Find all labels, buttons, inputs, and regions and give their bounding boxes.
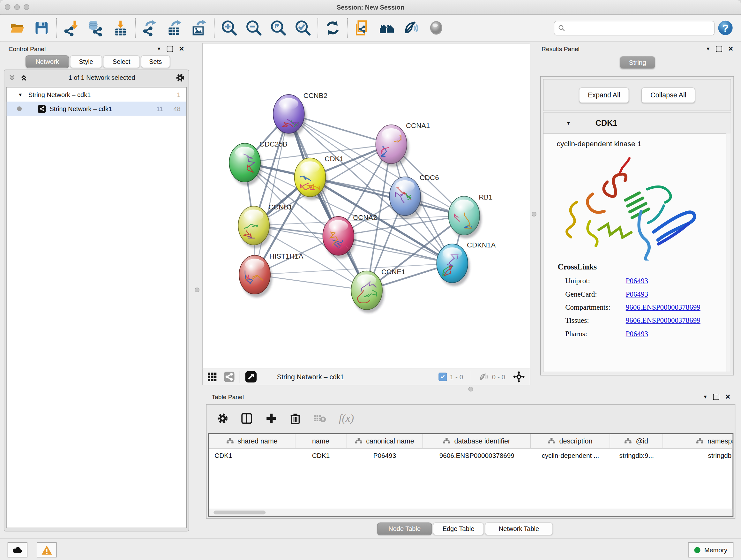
network-row-selected[interactable]: String Network – cdk1 11 48 <box>7 102 186 116</box>
float-panel-icon[interactable]: ▼ <box>706 46 711 51</box>
tab-edge-table[interactable]: Edge Table <box>433 522 484 535</box>
birdseye-view-icon[interactable] <box>245 370 257 383</box>
zoom-in-button[interactable] <box>217 17 242 38</box>
table-cell[interactable]: P06493 <box>346 449 423 462</box>
collapse-all-button[interactable]: Collapse All <box>642 87 695 103</box>
tab-network[interactable]: Network <box>25 55 69 68</box>
maximize-panel-icon[interactable] <box>167 46 173 52</box>
network-node-CCNB2[interactable]: CCNB2 <box>273 91 327 137</box>
network-node-CCNB1[interactable]: CCNB1 <box>238 203 292 248</box>
table-cell[interactable]: 9606.ENSP00000378699 <box>423 449 531 462</box>
node-gloss-highlight <box>245 259 265 270</box>
tab-node-table[interactable]: Node Table <box>377 522 432 535</box>
column-header-database-identifier[interactable]: database identifier <box>423 434 531 448</box>
close-panel-icon[interactable]: ✕ <box>179 45 184 52</box>
network-node-CDKN1A[interactable]: CDKN1A <box>436 241 495 286</box>
refresh-button[interactable] <box>320 17 345 38</box>
expand-all-chevron-icon[interactable] <box>20 73 28 81</box>
crosslink-value-link[interactable]: 9606.ENSP00000378699 <box>626 303 700 312</box>
show-hide-button[interactable] <box>399 17 424 38</box>
float-panel-icon[interactable]: ▼ <box>703 394 708 399</box>
left-splitter-handle[interactable] <box>195 287 199 292</box>
column-header-namespace[interactable]: namespace <box>663 434 734 448</box>
crosslink-value-link[interactable]: P06493 <box>626 329 648 338</box>
network-share-icon[interactable] <box>223 371 235 382</box>
tab-select[interactable]: Select <box>103 55 140 68</box>
network-node-RB1[interactable]: RB1 <box>448 193 492 238</box>
import-table-button[interactable] <box>108 17 133 38</box>
network-collection-row[interactable]: ▼ String Network – cdk1 1 <box>7 87 186 102</box>
show-columns-icon[interactable] <box>241 412 253 425</box>
network-edge[interactable] <box>255 114 289 275</box>
scrollbar-thumb[interactable] <box>213 510 266 514</box>
search-input[interactable] <box>565 24 714 32</box>
right-splitter-handle[interactable] <box>532 212 536 216</box>
warnings-button[interactable] <box>37 543 57 557</box>
close-panel-icon[interactable]: ✕ <box>728 45 733 52</box>
network-node-CCNE1[interactable]: CCNE1 <box>351 268 405 313</box>
results-scrollbar[interactable] <box>726 133 731 372</box>
help-button[interactable]: ? <box>715 17 736 38</box>
export-image-button[interactable] <box>187 17 212 38</box>
crosslink-value-link[interactable]: 9606.ENSP00000378699 <box>626 316 700 325</box>
delete-column-icon[interactable] <box>290 412 301 425</box>
column-header--id[interactable]: @id <box>610 434 663 448</box>
crosslink-value-link[interactable]: P06493 <box>626 290 648 299</box>
grid-view-icon[interactable] <box>207 372 217 381</box>
collapse-all-chevron-icon[interactable] <box>8 73 16 81</box>
zoom-fit-button[interactable] <box>266 17 291 38</box>
zoom-out-button[interactable] <box>242 17 266 38</box>
memory-button[interactable]: Memory <box>688 543 734 557</box>
import-network-button[interactable] <box>59 17 84 38</box>
search-field[interactable] <box>554 20 715 35</box>
tab-sets[interactable]: Sets <box>141 55 170 68</box>
preview-eye-button[interactable] <box>424 17 448 38</box>
maximize-panel-icon[interactable] <box>713 394 719 400</box>
table-cell[interactable]: stringdb <box>663 449 734 462</box>
add-column-icon[interactable] <box>265 412 278 425</box>
table-cell[interactable]: CDK1 <box>295 449 347 462</box>
home-networks-button[interactable] <box>375 17 399 38</box>
column-header-shared-name[interactable]: shared name <box>209 434 295 448</box>
network-options-gear-icon[interactable] <box>176 73 185 82</box>
maximize-panel-icon[interactable] <box>716 46 722 52</box>
column-type-icon <box>548 437 556 445</box>
table-horizontal-scrollbar[interactable] <box>209 509 733 516</box>
tab-style[interactable]: Style <box>70 55 102 68</box>
zoom-selected-button[interactable] <box>291 17 315 38</box>
import-database-button[interactable] <box>84 17 108 38</box>
table-cell[interactable]: cyclin-dependent ... <box>531 449 610 462</box>
table-options-gear-icon[interactable] <box>217 413 228 424</box>
export-table-button[interactable] <box>162 17 187 38</box>
tab-string[interactable]: String <box>620 56 655 69</box>
network-node-HIST1H1A[interactable]: HIST1H1A <box>239 252 303 297</box>
cloud-status-button[interactable] <box>8 543 27 557</box>
collection-expand-icon[interactable]: ▼ <box>18 92 23 97</box>
node-table[interactable]: shared namenamecanonical namedatabase id… <box>208 433 734 517</box>
float-panel-icon[interactable]: ▼ <box>157 46 161 51</box>
save-session-button[interactable] <box>29 17 54 38</box>
copy-share-button[interactable] <box>350 17 375 38</box>
tab-network-table[interactable]: Network Table <box>485 522 553 535</box>
export-network-button[interactable] <box>138 17 162 38</box>
network-node-CCNA2[interactable]: CCNA2 <box>323 213 377 259</box>
selected-nodes-checkbox[interactable] <box>439 372 447 381</box>
hidden-indicator: 0 - 0 <box>492 373 505 381</box>
section-collapse-icon[interactable]: ▼ <box>566 121 571 126</box>
network-edge[interactable] <box>289 114 367 290</box>
crosslink-value-link[interactable]: P06493 <box>626 276 648 285</box>
network-node-CCNA1[interactable]: CCNA1 <box>376 122 430 167</box>
column-header-name[interactable]: name <box>295 434 347 448</box>
column-header-description[interactable]: description <box>531 434 610 448</box>
table-cell[interactable]: stringdb:9... <box>610 449 663 462</box>
expand-all-button[interactable]: Expand All <box>579 87 629 103</box>
network-canvas[interactable]: CCNB2CCNA1CDC25BCDK1CDC6RB1CCNB1CCNA2CDK… <box>202 43 530 368</box>
table-cell[interactable]: CDK1 <box>209 449 295 462</box>
protein-section-header[interactable]: ▼ CDK1 <box>543 113 731 134</box>
fit-selected-crosshair-icon[interactable] <box>513 370 525 383</box>
column-header-canonical-name[interactable]: canonical name <box>346 434 423 448</box>
open-session-button[interactable] <box>5 17 29 38</box>
network-graph[interactable]: CCNB2CCNA1CDC25BCDK1CDC6RB1CCNB1CCNA2CDK… <box>203 44 530 368</box>
table-row[interactable]: CDK1CDK1P064939606.ENSP00000378699cyclin… <box>209 449 733 462</box>
close-panel-icon[interactable]: ✕ <box>725 393 731 400</box>
